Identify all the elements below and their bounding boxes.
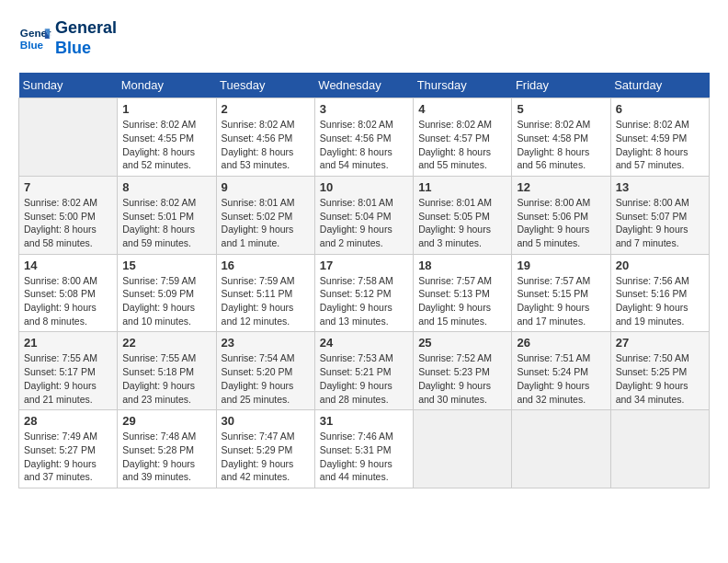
calendar-table: SundayMondayTuesdayWednesdayThursdayFrid… [18,73,710,488]
calendar-cell: 27Sunrise: 7:50 AMSunset: 5:25 PMDayligh… [610,332,709,410]
day-info: Sunrise: 8:01 AMSunset: 5:05 PMDaylight:… [418,196,506,250]
day-number: 30 [222,414,310,428]
calendar-cell: 26Sunrise: 7:51 AMSunset: 5:24 PMDayligh… [512,332,610,410]
calendar-cell: 2Sunrise: 8:02 AMSunset: 4:56 PMDaylight… [216,98,314,177]
svg-text:Blue: Blue [20,38,44,50]
week-row-1: 1Sunrise: 8:02 AMSunset: 4:55 PMDaylight… [19,98,710,177]
day-number: 23 [222,336,310,350]
calendar-cell: 9Sunrise: 8:01 AMSunset: 5:02 PMDaylight… [216,176,314,254]
calendar-cell: 4Sunrise: 8:02 AMSunset: 4:57 PMDaylight… [414,98,512,177]
day-info: Sunrise: 7:56 AMSunset: 5:16 PMDaylight:… [616,274,704,328]
day-info: Sunrise: 8:01 AMSunset: 5:02 PMDaylight:… [222,196,310,250]
day-info: Sunrise: 8:02 AMSunset: 4:59 PMDaylight:… [616,118,704,172]
day-number: 13 [616,180,704,194]
weekday-header-saturday: Saturday [610,73,709,98]
day-info: Sunrise: 7:57 AMSunset: 5:15 PMDaylight:… [517,274,605,328]
day-info: Sunrise: 7:54 AMSunset: 5:20 PMDaylight:… [222,351,310,406]
weekday-header-wednesday: Wednesday [314,73,413,98]
calendar-cell: 10Sunrise: 8:01 AMSunset: 5:04 PMDayligh… [314,176,413,254]
calendar-cell: 24Sunrise: 7:53 AMSunset: 5:21 PMDayligh… [314,332,413,410]
page-header: General Blue General Blue [18,18,710,58]
calendar-cell: 6Sunrise: 8:02 AMSunset: 4:59 PMDaylight… [610,98,709,177]
week-row-4: 21Sunrise: 7:55 AMSunset: 5:17 PMDayligh… [19,332,710,410]
day-info: Sunrise: 8:02 AMSunset: 4:56 PMDaylight:… [222,118,310,172]
day-info: Sunrise: 8:02 AMSunset: 4:58 PMDaylight:… [517,118,605,172]
day-number: 2 [222,102,310,116]
day-number: 6 [616,102,704,116]
day-info: Sunrise: 7:53 AMSunset: 5:21 PMDaylight:… [320,351,408,406]
day-info: Sunrise: 7:50 AMSunset: 5:25 PMDaylight:… [616,351,704,406]
day-info: Sunrise: 7:52 AMSunset: 5:23 PMDaylight:… [418,351,506,406]
day-number: 8 [122,180,210,194]
day-number: 12 [517,180,605,194]
day-number: 16 [222,259,310,272]
calendar-cell: 17Sunrise: 7:58 AMSunset: 5:12 PMDayligh… [314,254,413,332]
day-number: 25 [418,336,506,350]
day-number: 3 [320,102,408,116]
calendar-cell: 29Sunrise: 7:48 AMSunset: 5:28 PMDayligh… [118,410,216,488]
calendar-cell: 30Sunrise: 7:47 AMSunset: 5:29 PMDayligh… [216,410,314,488]
calendar-cell: 12Sunrise: 8:00 AMSunset: 5:06 PMDayligh… [512,176,610,254]
weekday-header-monday: Monday [118,73,216,98]
day-info: Sunrise: 7:58 AMSunset: 5:12 PMDaylight:… [320,274,408,328]
calendar-cell: 18Sunrise: 7:57 AMSunset: 5:13 PMDayligh… [414,254,512,332]
calendar-cell: 15Sunrise: 7:59 AMSunset: 5:09 PMDayligh… [118,254,216,332]
day-info: Sunrise: 7:59 AMSunset: 5:11 PMDaylight:… [222,274,310,328]
day-number: 4 [418,102,506,116]
calendar-cell: 13Sunrise: 8:00 AMSunset: 5:07 PMDayligh… [610,176,709,254]
day-info: Sunrise: 8:02 AMSunset: 5:01 PMDaylight:… [122,196,210,250]
logo-icon: General Blue [18,22,51,55]
day-number: 22 [122,336,210,350]
day-number: 19 [517,259,605,272]
week-row-5: 28Sunrise: 7:49 AMSunset: 5:27 PMDayligh… [19,410,710,488]
weekday-header-tuesday: Tuesday [216,73,314,98]
day-info: Sunrise: 8:02 AMSunset: 4:56 PMDaylight:… [320,118,408,172]
day-number: 31 [320,414,408,428]
day-number: 29 [122,414,210,428]
day-info: Sunrise: 7:57 AMSunset: 5:13 PMDaylight:… [418,274,506,328]
day-number: 26 [517,336,605,350]
day-number: 27 [616,336,704,350]
calendar-cell: 11Sunrise: 8:01 AMSunset: 5:05 PMDayligh… [414,176,512,254]
calendar-cell: 31Sunrise: 7:46 AMSunset: 5:31 PMDayligh… [314,410,413,488]
calendar-cell [414,410,512,488]
calendar-cell: 5Sunrise: 8:02 AMSunset: 4:58 PMDaylight… [512,98,610,177]
calendar-cell: 22Sunrise: 7:55 AMSunset: 5:18 PMDayligh… [118,332,216,410]
calendar-cell: 16Sunrise: 7:59 AMSunset: 5:11 PMDayligh… [216,254,314,332]
week-row-2: 7Sunrise: 8:02 AMSunset: 5:00 PMDaylight… [19,176,710,254]
calendar-cell: 14Sunrise: 8:00 AMSunset: 5:08 PMDayligh… [19,254,118,332]
weekday-header-thursday: Thursday [414,73,512,98]
calendar-cell: 21Sunrise: 7:55 AMSunset: 5:17 PMDayligh… [19,332,118,410]
calendar-cell [19,98,118,177]
calendar-cell: 28Sunrise: 7:49 AMSunset: 5:27 PMDayligh… [19,410,118,488]
day-info: Sunrise: 7:46 AMSunset: 5:31 PMDaylight:… [320,430,408,484]
day-number: 20 [616,259,704,272]
day-info: Sunrise: 7:48 AMSunset: 5:28 PMDaylight:… [122,430,210,484]
day-number: 10 [320,180,408,194]
calendar-cell [512,410,610,488]
calendar-cell: 23Sunrise: 7:54 AMSunset: 5:20 PMDayligh… [216,332,314,410]
weekday-header-friday: Friday [512,73,610,98]
day-number: 28 [24,414,112,428]
day-number: 21 [24,336,112,350]
day-info: Sunrise: 7:59 AMSunset: 5:09 PMDaylight:… [122,274,210,328]
day-number: 17 [320,259,408,272]
day-info: Sunrise: 8:00 AMSunset: 5:08 PMDaylight:… [24,274,112,328]
calendar-cell: 3Sunrise: 8:02 AMSunset: 4:56 PMDaylight… [314,98,413,177]
day-number: 24 [320,336,408,350]
week-row-3: 14Sunrise: 8:00 AMSunset: 5:08 PMDayligh… [19,254,710,332]
day-info: Sunrise: 8:00 AMSunset: 5:06 PMDaylight:… [517,196,605,250]
calendar-cell: 20Sunrise: 7:56 AMSunset: 5:16 PMDayligh… [610,254,709,332]
logo: General Blue General Blue [18,18,117,58]
logo-text: General Blue [55,18,117,58]
calendar-cell [610,410,709,488]
weekday-header-sunday: Sunday [19,73,118,98]
day-number: 9 [222,180,310,194]
calendar-cell: 25Sunrise: 7:52 AMSunset: 5:23 PMDayligh… [414,332,512,410]
calendar-cell: 8Sunrise: 8:02 AMSunset: 5:01 PMDaylight… [118,176,216,254]
day-number: 1 [122,102,210,116]
day-info: Sunrise: 8:02 AMSunset: 5:00 PMDaylight:… [24,196,112,250]
day-info: Sunrise: 8:00 AMSunset: 5:07 PMDaylight:… [616,196,704,250]
day-info: Sunrise: 8:02 AMSunset: 4:57 PMDaylight:… [418,118,506,172]
day-number: 11 [418,180,506,194]
